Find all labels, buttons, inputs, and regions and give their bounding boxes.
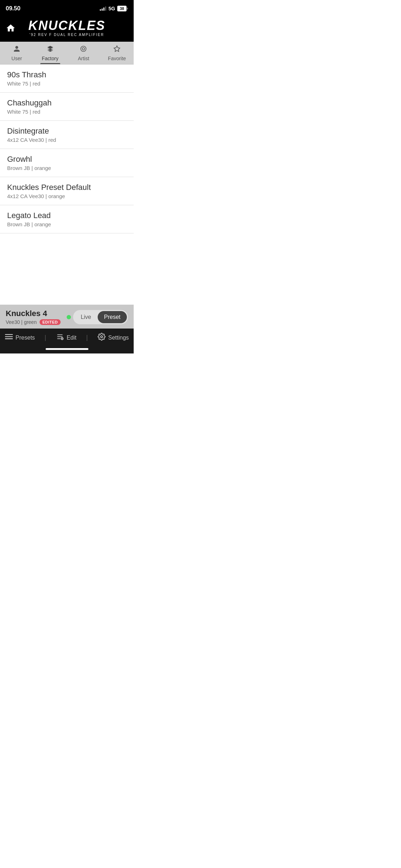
preset-option[interactable]: Preset bbox=[98, 311, 127, 323]
tab-user-label: User bbox=[11, 56, 22, 61]
nav-settings-label: Settings bbox=[108, 335, 129, 341]
current-preset-detail: Vee30 | green bbox=[6, 319, 37, 325]
live-preset-toggle: Live Preset bbox=[67, 310, 128, 324]
nav-divider-1: | bbox=[45, 334, 46, 341]
mode-toggle[interactable]: Live Preset bbox=[73, 310, 128, 324]
tab-favorite[interactable]: Favorite bbox=[100, 42, 134, 64]
signal-bars bbox=[100, 6, 106, 11]
nav-edit-label: Edit bbox=[67, 335, 77, 341]
tab-factory-label: Factory bbox=[42, 56, 58, 61]
svg-rect-5 bbox=[5, 339, 13, 339]
bottom-nav: Presets | Edit | Settings bbox=[0, 329, 134, 346]
nav-presets-label: Presets bbox=[16, 335, 35, 341]
preset-name: Growhl bbox=[7, 155, 127, 164]
list-item[interactable]: 90s Thrash White 75 | red bbox=[0, 64, 134, 93]
nav-presets[interactable]: Presets bbox=[5, 333, 35, 342]
tab-bar: User Factory Artist Favorite bbox=[0, 42, 134, 64]
settings-icon bbox=[98, 333, 106, 342]
svg-rect-4 bbox=[5, 336, 13, 337]
list-spacer bbox=[0, 233, 134, 305]
svg-point-1 bbox=[82, 48, 85, 50]
list-item[interactable]: Disintegrate 4x12 CA Vee30 | red bbox=[0, 121, 134, 149]
tab-artist-label: Artist bbox=[78, 56, 89, 61]
active-indicator bbox=[67, 315, 71, 319]
status-time: 09.50 bbox=[6, 5, 20, 12]
nav-settings[interactable]: Settings bbox=[98, 333, 129, 342]
current-preset-name: Knuckles 4 bbox=[6, 309, 67, 318]
app-subtitle: '92 REV F DUAL REC AMPLIFIER bbox=[28, 33, 105, 37]
home-button[interactable] bbox=[6, 23, 16, 35]
tab-factory[interactable]: Factory bbox=[34, 42, 67, 64]
tab-user[interactable]: User bbox=[0, 42, 34, 64]
list-item[interactable]: Knuckles Preset Default 4x12 CA Vee30 | … bbox=[0, 177, 134, 205]
battery-level: 38 bbox=[117, 6, 127, 11]
current-preset-info: Knuckles 4 Vee30 | green EDITED bbox=[6, 309, 67, 325]
svg-point-0 bbox=[81, 46, 86, 52]
presets-icon bbox=[5, 333, 13, 342]
preset-detail: Brown JB | orange bbox=[7, 165, 127, 171]
live-option[interactable]: Live bbox=[74, 311, 97, 323]
preset-name: 90s Thrash bbox=[7, 70, 127, 79]
preset-detail: 4x12 CA Vee30 | orange bbox=[7, 193, 127, 199]
nav-edit[interactable]: Edit bbox=[56, 333, 77, 342]
svg-rect-3 bbox=[5, 334, 13, 335]
battery-tip bbox=[127, 7, 128, 10]
nav-divider-2: | bbox=[86, 334, 88, 341]
network-type: 5G bbox=[108, 6, 115, 11]
app-header: KNUCKLES '92 REV F DUAL REC AMPLIFIER bbox=[0, 16, 134, 42]
preset-name: Disintegrate bbox=[7, 126, 127, 136]
edited-badge: EDITED bbox=[40, 319, 61, 325]
preset-name: Chashuggah bbox=[7, 98, 127, 108]
status-bar: 09.50 5G 38 bbox=[0, 0, 134, 16]
preset-detail: White 75 | red bbox=[7, 109, 127, 115]
app-title-block: KNUCKLES '92 REV F DUAL REC AMPLIFIER bbox=[28, 19, 105, 37]
home-indicator bbox=[0, 346, 134, 353]
bottom-preset-bar: Knuckles 4 Vee30 | green EDITED Live Pre… bbox=[0, 305, 134, 329]
edit-icon bbox=[56, 333, 64, 342]
svg-point-11 bbox=[101, 336, 103, 338]
factory-icon bbox=[47, 45, 54, 54]
app-title: KNUCKLES bbox=[28, 19, 105, 32]
list-item[interactable]: Chashuggah White 75 | red bbox=[0, 93, 134, 121]
current-preset-sub: Vee30 | green EDITED bbox=[6, 319, 67, 325]
svg-marker-2 bbox=[114, 46, 120, 52]
preset-list: 90s Thrash White 75 | red Chashuggah Whi… bbox=[0, 64, 134, 305]
preset-detail: 4x12 CA Vee30 | red bbox=[7, 137, 127, 143]
battery: 38 bbox=[117, 6, 128, 11]
user-icon bbox=[13, 45, 20, 54]
favorite-icon bbox=[113, 45, 120, 54]
status-right: 5G 38 bbox=[100, 6, 128, 11]
tab-favorite-label: Favorite bbox=[108, 56, 126, 61]
tab-artist[interactable]: Artist bbox=[67, 42, 101, 64]
list-item[interactable]: Growhl Brown JB | orange bbox=[0, 149, 134, 177]
home-icon bbox=[6, 23, 16, 33]
preset-detail: White 75 | red bbox=[7, 81, 127, 87]
list-item[interactable]: Legato Lead Brown JB | orange bbox=[0, 205, 134, 233]
preset-detail: Brown JB | orange bbox=[7, 221, 127, 227]
preset-name: Legato Lead bbox=[7, 211, 127, 220]
artist-icon bbox=[80, 45, 87, 54]
home-indicator-bar bbox=[46, 348, 88, 350]
preset-name: Knuckles Preset Default bbox=[7, 183, 127, 192]
